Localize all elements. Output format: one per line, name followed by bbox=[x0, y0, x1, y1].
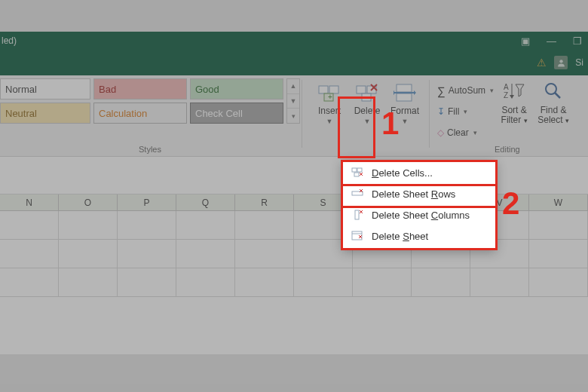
sort-filter-icon: AZ bbox=[504, 81, 525, 104]
account-band: ⚠ Si bbox=[0, 50, 588, 75]
cell-style-good[interactable]: Good bbox=[190, 78, 283, 100]
svg-rect-1 bbox=[319, 86, 328, 93]
menu-label: Delete Cells... bbox=[372, 167, 433, 179]
svg-text:+: + bbox=[328, 93, 332, 101]
formula-bar-area[interactable] bbox=[0, 157, 588, 194]
menu-delete-cells[interactable]: Delete Cells... bbox=[345, 162, 494, 183]
cell-style-neutral[interactable]: Neutral bbox=[0, 103, 90, 124]
menu-label: Delete Sheet Columns bbox=[372, 210, 470, 221]
eraser-icon: ◇ bbox=[437, 127, 444, 138]
ribbon-display-options-icon[interactable]: ▣ bbox=[521, 35, 530, 47]
autosum-label: AutoSum bbox=[449, 85, 485, 96]
user-avatar-icon[interactable] bbox=[554, 56, 568, 69]
column-header[interactable]: W bbox=[529, 194, 588, 210]
chevron-down-icon: ▾ bbox=[464, 108, 467, 115]
insert-label: Insert bbox=[318, 106, 341, 116]
styles-gallery-scroll[interactable]: ▲ ▼ ▾ bbox=[286, 78, 300, 124]
delete-label: Delete bbox=[354, 106, 381, 116]
excel-window: led) ▣ — ❐ ⚠ Si Normal Bad Good ▲ ▼ ▾ bbox=[0, 32, 588, 354]
chevron-down-icon: ▾ bbox=[473, 129, 477, 136]
delete-button[interactable]: Delete ▼ bbox=[349, 80, 385, 140]
scroll-down-icon[interactable]: ▼ bbox=[287, 94, 299, 109]
magnifier-icon bbox=[544, 81, 563, 104]
grid-rows[interactable] bbox=[0, 211, 588, 297]
svg-line-20 bbox=[555, 93, 560, 98]
insert-button[interactable]: + Insert ▼ bbox=[311, 80, 348, 140]
svg-rect-11 bbox=[397, 93, 412, 101]
minimize-button[interactable]: — bbox=[547, 35, 556, 47]
find-select-label: Find & Select ▾ bbox=[534, 106, 572, 126]
menu-delete-sheet[interactable]: Delete Sheet bbox=[345, 225, 494, 247]
cell-style-calculation[interactable]: Calculation bbox=[93, 103, 187, 124]
gallery-expand-icon[interactable]: ▾ bbox=[287, 109, 299, 123]
autosum-button[interactable]: ∑ AutoSum ▾ bbox=[437, 81, 494, 100]
styles-group-label: Styles bbox=[0, 145, 300, 156]
svg-rect-22 bbox=[357, 168, 362, 172]
chevron-down-icon: ▾ bbox=[490, 87, 494, 94]
svg-rect-7 bbox=[362, 93, 371, 101]
fill-button[interactable]: ↧ Fill ▾ bbox=[437, 103, 494, 121]
svg-rect-10 bbox=[397, 84, 412, 92]
fill-down-icon: ↧ bbox=[437, 106, 445, 117]
menu-delete-sheet-columns[interactable]: Delete Sheet Columns bbox=[345, 204, 494, 225]
column-header[interactable]: N bbox=[0, 194, 59, 210]
scroll-up-icon[interactable]: ▲ bbox=[287, 79, 299, 94]
insert-cells-icon: + bbox=[317, 81, 342, 104]
column-header[interactable]: R bbox=[235, 194, 294, 210]
styles-group: Normal Bad Good ▲ ▼ ▾ Neutral Calculatio… bbox=[0, 75, 300, 156]
svg-marker-18 bbox=[510, 95, 514, 99]
clear-button[interactable]: ◇ Clear ▾ bbox=[437, 124, 494, 142]
cell-style-bad[interactable]: Bad bbox=[93, 78, 187, 100]
column-header[interactable]: Q bbox=[176, 194, 235, 210]
menu-label: Delete Sheet Rows bbox=[372, 188, 455, 200]
column-headers: N O P Q R S T U V W bbox=[0, 194, 588, 211]
group-separator bbox=[302, 80, 302, 148]
svg-rect-26 bbox=[352, 191, 363, 195]
annotation-number-2: 2 bbox=[502, 185, 519, 222]
delete-column-icon bbox=[351, 209, 364, 221]
window-controls: ▣ — ❐ bbox=[521, 35, 582, 47]
window-title: led) bbox=[0, 35, 17, 46]
cells-group: + Insert ▼ Delete ▼ Format ▼ bbox=[304, 75, 427, 156]
delete-cells-icon bbox=[354, 81, 380, 104]
delete-dropdown-menu: Delete Cells... Delete Sheet Rows Delete… bbox=[342, 160, 496, 249]
svg-point-19 bbox=[546, 84, 556, 94]
delete-cells-icon bbox=[351, 167, 364, 179]
signin-label[interactable]: Si bbox=[575, 57, 583, 68]
format-cells-icon bbox=[392, 81, 418, 104]
clear-label: Clear bbox=[447, 127, 469, 138]
svg-text:Z: Z bbox=[504, 91, 508, 100]
svg-text:A: A bbox=[504, 83, 509, 91]
menu-label: Delete Sheet bbox=[372, 231, 428, 242]
svg-point-0 bbox=[559, 60, 562, 63]
annotation-number-1: 1 bbox=[381, 106, 399, 142]
titlebar: led) ▣ — ❐ bbox=[0, 32, 588, 50]
find-select-button[interactable]: Find & Select ▾ bbox=[534, 80, 572, 140]
editing-group: ∑ AutoSum ▾ ↧ Fill ▾ ◇ Clear ▾ AZ bbox=[431, 75, 572, 156]
delete-row-icon bbox=[351, 188, 364, 200]
chevron-down-icon: ▼ bbox=[364, 118, 371, 125]
editing-group-label: Editing bbox=[495, 145, 520, 154]
chevron-down-icon: ▼ bbox=[402, 118, 409, 125]
group-separator bbox=[429, 80, 430, 148]
column-header[interactable]: O bbox=[59, 194, 118, 210]
delete-sheet-icon bbox=[351, 230, 364, 242]
fill-label: Fill bbox=[448, 106, 459, 117]
svg-rect-23 bbox=[354, 173, 359, 176]
worksheet-area: N O P Q R S T U V W bbox=[0, 157, 588, 354]
svg-rect-32 bbox=[352, 231, 362, 240]
sigma-icon: ∑ bbox=[437, 84, 446, 97]
svg-rect-29 bbox=[355, 210, 359, 219]
column-header[interactable]: P bbox=[118, 194, 176, 210]
sort-filter-label: Sort & Filter ▾ bbox=[495, 106, 533, 126]
cell-style-check-cell[interactable]: Check Cell bbox=[190, 103, 283, 124]
svg-marker-13 bbox=[414, 90, 416, 95]
chevron-down-icon: ▼ bbox=[326, 118, 333, 125]
warning-icon[interactable]: ⚠ bbox=[537, 57, 547, 69]
restore-button[interactable]: ❐ bbox=[573, 35, 582, 47]
cell-style-normal[interactable]: Normal bbox=[0, 78, 90, 100]
svg-rect-5 bbox=[357, 86, 366, 93]
svg-marker-14 bbox=[394, 90, 394, 95]
sort-filter-button[interactable]: AZ Sort & Filter ▾ bbox=[495, 80, 533, 140]
menu-delete-sheet-rows[interactable]: Delete Sheet Rows bbox=[345, 183, 494, 204]
